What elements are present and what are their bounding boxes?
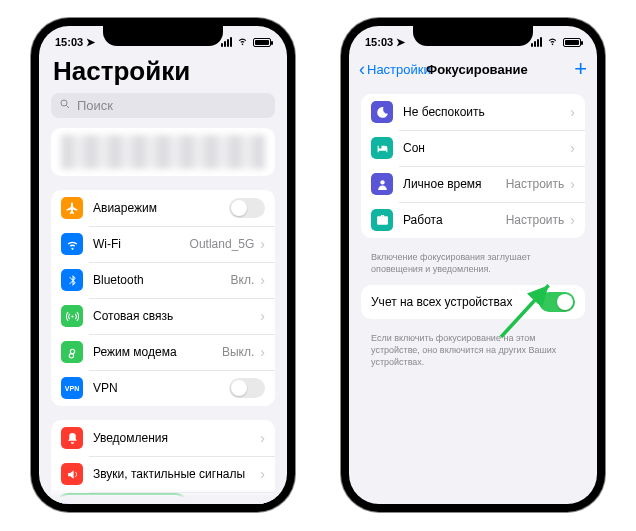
svg-point-0: [61, 100, 67, 106]
phone-left: 15:03 ➤ Настройки Поиск Авиаре: [31, 18, 295, 512]
svg-point-3: [380, 180, 384, 184]
profile-card[interactable]: [51, 128, 275, 176]
phone-right: 15:03 ➤ ‹ Настройки Фокусирование + Не б…: [341, 18, 605, 512]
chevron-right-icon: ›: [260, 272, 265, 288]
focus-modes-group: Не беспокоить › Сон › Личное время Настр…: [361, 94, 585, 238]
sounds-icon: [61, 463, 83, 485]
page-title: Настройки: [39, 54, 287, 93]
hotspot-icon: [61, 341, 83, 363]
chevron-right-icon: ›: [570, 104, 575, 120]
vpn-toggle[interactable]: [229, 378, 265, 398]
airplane-icon: [61, 197, 83, 219]
notch: [413, 26, 533, 46]
chevron-right-icon: ›: [570, 140, 575, 156]
person-icon: [371, 173, 393, 195]
chevron-right-icon: ›: [570, 212, 575, 228]
profile-blurred: [61, 135, 265, 169]
chevron-right-icon: ›: [260, 466, 265, 482]
chevron-right-icon: ›: [260, 308, 265, 324]
battery-icon: [563, 38, 581, 47]
connectivity-group: Авиарежим Wi-Fi Outland_5G › Bluetooth В…: [51, 190, 275, 406]
cellular-icon: [61, 305, 83, 327]
cellular-signal-icon: [531, 37, 542, 47]
airplane-toggle[interactable]: [229, 198, 265, 218]
row-sleep[interactable]: Сон ›: [361, 130, 585, 166]
chevron-left-icon: ‹: [359, 59, 365, 80]
briefcase-icon: [371, 209, 393, 231]
notch: [103, 26, 223, 46]
vpn-icon: VPN: [61, 377, 83, 399]
row-cellular[interactable]: Сотовая связь ›: [51, 298, 275, 334]
wifi-icon: [236, 36, 249, 48]
chevron-right-icon: ›: [570, 176, 575, 192]
share-group: Учет на всех устройствах: [361, 285, 585, 319]
nav-title: Фокусирование: [391, 62, 563, 77]
location-icon: ➤: [396, 36, 405, 49]
chevron-right-icon: ›: [260, 344, 265, 360]
row-hotspot[interactable]: Режим модема Выкл. ›: [51, 334, 275, 370]
nav-bar: ‹ Настройки Фокусирование +: [349, 54, 597, 88]
row-work[interactable]: Работа Настроить ›: [361, 202, 585, 238]
share-note: Если включить фокусирование на этом устр…: [349, 333, 597, 378]
bluetooth-icon: [61, 269, 83, 291]
chevron-right-icon: ›: [260, 236, 265, 252]
chevron-right-icon: ›: [260, 430, 265, 446]
row-vpn[interactable]: VPN VPN: [51, 370, 275, 406]
row-notifications[interactable]: Уведомления ›: [51, 420, 275, 456]
search-icon: [59, 98, 71, 113]
row-sounds[interactable]: Звуки, тактильные сигналы ›: [51, 456, 275, 492]
row-personal[interactable]: Личное время Настроить ›: [361, 166, 585, 202]
row-share-across-devices[interactable]: Учет на всех устройствах: [361, 285, 585, 319]
wifi-icon: [546, 36, 559, 48]
wifi-settings-icon: [61, 233, 83, 255]
svg-point-2: [71, 315, 73, 317]
share-toggle[interactable]: [539, 292, 575, 312]
notifications-icon: [61, 427, 83, 449]
bed-icon: [371, 137, 393, 159]
svg-line-1: [67, 106, 70, 109]
moon-icon: [371, 101, 393, 123]
location-icon: ➤: [86, 36, 95, 49]
row-dnd[interactable]: Не беспокоить ›: [361, 94, 585, 130]
row-airplane[interactable]: Авиарежим: [51, 190, 275, 226]
cellular-signal-icon: [221, 37, 232, 47]
row-bluetooth[interactable]: Bluetooth Вкл. ›: [51, 262, 275, 298]
search-input[interactable]: Поиск: [51, 93, 275, 118]
focus-note: Включение фокусирования заглушает оповещ…: [349, 252, 597, 285]
row-wifi[interactable]: Wi-Fi Outland_5G ›: [51, 226, 275, 262]
add-button[interactable]: +: [563, 56, 587, 82]
battery-icon: [253, 38, 271, 47]
